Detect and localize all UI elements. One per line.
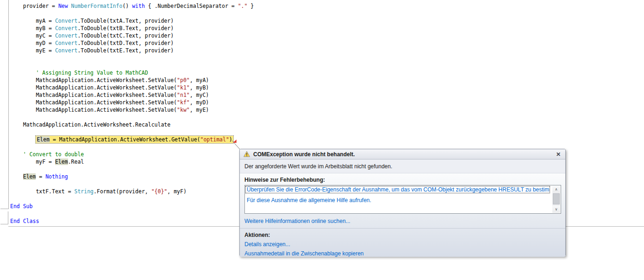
dialog-title: COMException wurde nicht behandelt.: [253, 151, 355, 158]
code-line: [0, 10, 644, 17]
code-line: MathcadApplication.ActiveWorksheet.SetVa…: [0, 76, 644, 84]
code-line: [0, 62, 644, 69]
dialog-titlebar: COMException wurde nicht behandelt. ✕: [240, 149, 565, 159]
code-line: ' Assigning String Value to MathCAD: [0, 69, 644, 76]
close-icon[interactable]: ✕: [556, 152, 561, 157]
tips-header: Hinweise zur Fehlerbehebung:: [244, 177, 561, 183]
tips-listbox: Überprüfen Sie die ErrorCode-Eigenschaft…: [244, 185, 561, 214]
code-line: MathcadApplication.ActiveWorksheet.Recal…: [0, 121, 644, 128]
exception-dialog: COMException wurde nicht behandelt. ✕ De…: [239, 149, 566, 256]
scroll-down-icon[interactable]: ∨: [552, 206, 560, 213]
action-details-link[interactable]: Details anzeigen...: [244, 241, 561, 248]
code-line: Elem = MathcadApplication.ActiveWorkshee…: [0, 136, 644, 143]
exception-highlight: Elem = MathcadApplication.ActiveWorkshee…: [36, 136, 233, 143]
warning-icon: [244, 151, 250, 157]
listbox-scrollbar[interactable]: ∧ ∨: [552, 186, 560, 213]
code-line: MathcadApplication.ActiveWorksheet.SetVa…: [0, 84, 644, 91]
code-line: MathcadApplication.ActiveWorksheet.SetVa…: [0, 99, 644, 106]
code-line: myA = Convert.ToDouble(txtA.Text, provid…: [0, 17, 644, 25]
code-line: myD = Convert.ToDouble(txtD.Text, provid…: [0, 39, 644, 47]
code-line: myE = Convert.ToDouble(txtE.Text, provid…: [0, 47, 644, 54]
scroll-up-icon[interactable]: ∧: [552, 186, 560, 193]
code-line: provider = New NumberFormatInfo() with {…: [0, 2, 644, 10]
code-line: [0, 114, 644, 121]
dialog-message: Der angeforderte Wert wurde im Arbeitsbl…: [240, 159, 565, 173]
code-line: [0, 54, 644, 62]
dialog-body: Hinweise zur Fehlerbehebung: Überprüfen …: [240, 173, 565, 257]
code-line: [0, 128, 644, 136]
scroll-thumb[interactable]: [553, 193, 560, 204]
code-line: myB = Convert.ToDouble(txtB.Text, provid…: [0, 25, 644, 32]
online-help-link[interactable]: Weitere Hilfeinformationen online suchen…: [244, 218, 350, 224]
action-copy-link[interactable]: Ausnahmedetail in die Zwischenablage kop…: [244, 250, 561, 257]
actions-divider: [240, 228, 565, 229]
tip-link-errorcode[interactable]: Überprüfen Sie die ErrorCode-Eigenschaft…: [245, 186, 550, 193]
code-line: MathcadApplication.ActiveWorksheet.SetVa…: [0, 106, 644, 114]
actions-header: Aktionen:: [244, 232, 561, 238]
code-line: myC = Convert.ToDouble(txtC.Text, provid…: [0, 32, 644, 39]
tip-link-general-help[interactable]: Für diese Ausnahme die allgemeine Hilfe …: [245, 195, 561, 204]
code-line: MathcadApplication.ActiveWorksheet.SetVa…: [0, 91, 644, 99]
